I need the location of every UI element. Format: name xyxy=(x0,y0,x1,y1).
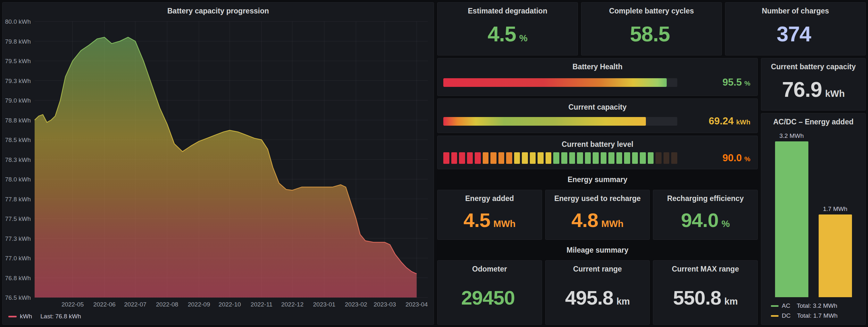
panel-recharging-efficiency: Recharging efficiency 94.0 % xyxy=(653,190,758,240)
dashboard: Battery capacity progression 80.0 kWh79.… xyxy=(0,0,868,327)
svg-text:78.0 kWh: 78.0 kWh xyxy=(5,176,31,183)
stat-value: 4.5 MWh xyxy=(437,203,542,239)
middle-column: Battery Health 95.5 % Current capacity xyxy=(437,58,758,325)
panel-current-battery-capacity: Current battery capacity 76.9 kWh xyxy=(761,58,866,111)
lcd-cell xyxy=(553,152,559,164)
battery-health-bar-fill xyxy=(443,78,667,87)
svg-text:80.0 kWh: 80.0 kWh xyxy=(5,18,31,25)
svg-text:77.0 kWh: 77.0 kWh xyxy=(5,255,31,262)
lcd-cell xyxy=(506,152,512,164)
section-header-energy: Energy summary xyxy=(437,172,758,187)
stat-value: 495.8 km xyxy=(546,274,650,324)
legend-item-kwh[interactable]: kWh xyxy=(8,313,32,320)
stat-number: 94.0 xyxy=(681,209,718,232)
svg-text:78.5 kWh: 78.5 kWh xyxy=(5,137,31,143)
legend-item-dc[interactable]: DC Total: 1.7 MWh xyxy=(771,312,862,319)
panel-title: Complete battery cycles xyxy=(582,3,721,16)
stat-number: 495.8 xyxy=(565,286,613,309)
svg-text:78.3 kWh: 78.3 kWh xyxy=(5,156,31,163)
lcd-cell xyxy=(546,152,552,164)
panel-title: Battery Health xyxy=(437,58,757,71)
lcd-cell xyxy=(443,152,450,164)
gauge-unit: % xyxy=(744,155,750,163)
current-capacity-bar-track xyxy=(443,117,677,126)
section-title: Energy summary xyxy=(568,175,628,184)
svg-text:2022-12: 2022-12 xyxy=(281,301,304,308)
panel-estimated-degradation: Estimated degradation 4.5 % xyxy=(437,2,578,56)
legend-series-name: DC xyxy=(782,312,790,319)
stat-number: 4.5 xyxy=(464,209,490,232)
svg-text:79.8 kWh: 79.8 kWh xyxy=(5,38,31,44)
svg-text:77.3 kWh: 77.3 kWh xyxy=(5,235,31,242)
legend-series-name: AC xyxy=(782,302,790,309)
series-swatch xyxy=(8,316,17,317)
bar-dc xyxy=(819,214,852,297)
panel-title: Odometer xyxy=(437,261,542,274)
stat-value: 94.0 % xyxy=(653,203,757,239)
panel-battery-health: Battery Health 95.5 % xyxy=(437,58,758,96)
lcd-cell xyxy=(663,152,670,164)
gauge-unit: kWh xyxy=(736,118,750,126)
lcd-cell xyxy=(655,152,661,164)
svg-text:79.0 kWh: 79.0 kWh xyxy=(5,97,31,104)
lcd-cell xyxy=(498,152,504,164)
panel-title: Current range xyxy=(546,261,650,274)
panel-title: Current MAX range xyxy=(653,261,757,274)
svg-text:77.8 kWh: 77.8 kWh xyxy=(5,196,31,202)
legend-series-total: Total: 1.7 MWh xyxy=(797,312,838,319)
stat-unit: MWh xyxy=(493,219,516,229)
panel-title: Current battery level xyxy=(437,136,757,149)
battery-health-gauge: 95.5 % xyxy=(437,71,757,95)
lcd-cell xyxy=(459,152,465,164)
svg-text:2023-03: 2023-03 xyxy=(374,301,396,308)
chart-legend: kWh Last: 76.8 kWh xyxy=(3,311,434,324)
panel-acdc-energy-added: AC/DC – Energy added 3.2 MWh1.7 MWh AC T… xyxy=(761,113,866,325)
right-column: Current battery capacity 76.9 kWh AC/DC … xyxy=(761,58,866,325)
lcd-cell xyxy=(593,152,599,164)
lcd-cell xyxy=(632,152,638,164)
svg-text:79.5 kWh: 79.5 kWh xyxy=(5,58,31,64)
gauge-unit: % xyxy=(744,80,750,87)
svg-text:2023-02: 2023-02 xyxy=(345,301,367,308)
lcd-cell xyxy=(648,152,654,164)
svg-text:2023-01: 2023-01 xyxy=(313,301,336,308)
lcd-cell xyxy=(624,152,630,164)
stat-value: 4.8 MWh xyxy=(546,203,650,239)
stat-unit: % xyxy=(519,33,528,43)
stat-value: 29450 xyxy=(437,274,542,324)
lcd-cell xyxy=(530,152,536,164)
series-last-value: Last: 76.8 kWh xyxy=(40,313,81,320)
svg-text:77.5 kWh: 77.5 kWh xyxy=(5,215,31,222)
lcd-cell xyxy=(522,152,528,164)
right-region: Estimated degradation 4.5 % Complete bat… xyxy=(437,2,866,325)
capacity-chart[interactable]: 80.0 kWh79.8 kWh79.5 kWh79.3 kWh79.0 kWh… xyxy=(3,16,434,311)
lcd-cell xyxy=(475,152,481,164)
energy-stat-row: Energy added 4.5 MWh Energy used to rech… xyxy=(437,190,758,240)
panel-current-range: Current range 495.8 km xyxy=(545,260,650,325)
panel-title: AC/DC – Energy added xyxy=(761,114,865,127)
stat-unit: % xyxy=(721,219,730,229)
legend-item-ac[interactable]: AC Total: 3.2 MWh xyxy=(771,302,862,309)
svg-text:79.3 kWh: 79.3 kWh xyxy=(5,77,31,84)
panel-title: Number of charges xyxy=(725,3,865,16)
legend-series-total: Total: 3.2 MWh xyxy=(797,302,837,309)
panel-title: Energy used to recharge xyxy=(546,190,650,203)
gauge-number: 69.24 xyxy=(709,115,734,127)
battery-level-lcd-track xyxy=(443,152,677,164)
series-label: kWh xyxy=(20,313,32,320)
svg-text:2022-07: 2022-07 xyxy=(124,301,147,308)
stat-number: 550.8 xyxy=(673,286,721,309)
lcd-cell xyxy=(490,152,496,164)
chart-title: Battery capacity progression xyxy=(3,3,434,16)
stat-number: 58.5 xyxy=(630,22,670,46)
bar-group-ac: 3.2 MWh xyxy=(775,132,808,297)
section-header-mileage: Mileage summary xyxy=(437,242,758,258)
current-capacity-gauge: 69.24 kWh xyxy=(437,112,757,133)
lcd-cell xyxy=(451,152,457,164)
gauge-number: 95.5 xyxy=(722,77,742,88)
panel-odometer: Odometer 29450 xyxy=(437,260,542,325)
bar-value-label: 3.2 MWh xyxy=(775,132,808,140)
svg-text:2022-11: 2022-11 xyxy=(251,301,273,308)
stat-number: 4.8 xyxy=(571,209,598,232)
stat-unit: MWh xyxy=(601,219,623,229)
